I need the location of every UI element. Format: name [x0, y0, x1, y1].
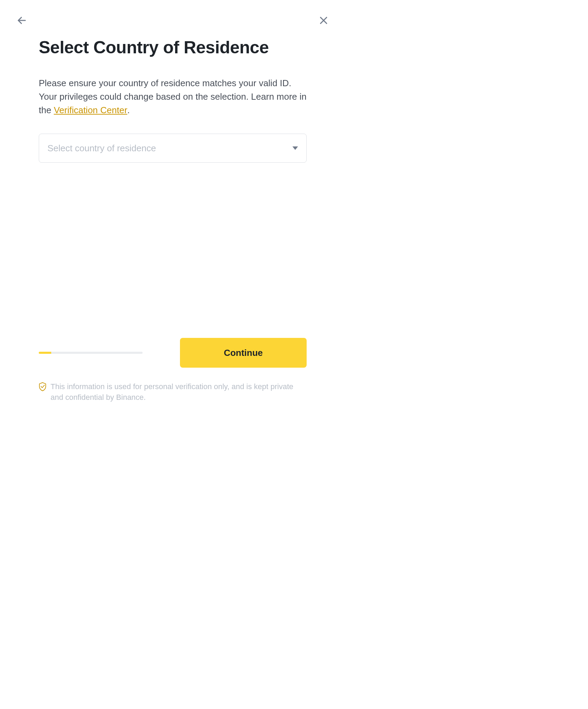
page-title: Select Country of Residence [39, 38, 307, 57]
svg-marker-3 [292, 146, 298, 150]
disclaimer-text: This information is used for personal ve… [51, 382, 307, 403]
shield-check-icon [39, 382, 46, 391]
arrow-left-icon [17, 15, 27, 26]
progress-bar [39, 352, 51, 354]
progress-track [39, 352, 143, 354]
close-button[interactable] [318, 15, 329, 26]
description-text: Please ensure your country of residence … [39, 77, 307, 117]
description-part2: . [127, 105, 130, 115]
country-selection-modal: Select Country of Residence Please ensur… [0, 0, 345, 417]
caret-down-icon [292, 146, 298, 150]
verification-center-link[interactable]: Verification Center [54, 105, 127, 115]
footer: Continue This information is used for pe… [39, 338, 307, 403]
back-button[interactable] [17, 15, 27, 26]
content-area: Select Country of Residence Please ensur… [39, 38, 307, 163]
country-select[interactable]: Select country of residence [39, 134, 307, 163]
disclaimer-row: This information is used for personal ve… [39, 382, 307, 403]
continue-button[interactable]: Continue [180, 338, 307, 368]
country-select-placeholder: Select country of residence [47, 143, 156, 154]
close-icon [318, 15, 329, 26]
footer-row: Continue [39, 338, 307, 368]
